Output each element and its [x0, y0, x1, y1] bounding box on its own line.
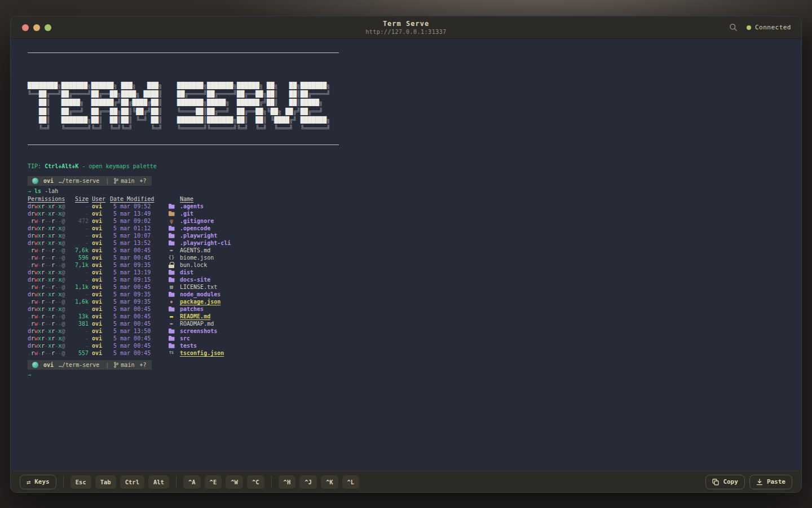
key-button[interactable]: ^A	[183, 475, 201, 489]
file-date-modified: 5 mar 00:45	[110, 335, 164, 342]
close-window-button[interactable]	[22, 24, 29, 31]
prompt-path: …/term-serve	[59, 361, 99, 369]
tip-hotkey: Ctrl+Alt+K	[45, 163, 78, 169]
file-name: .opencode	[180, 225, 801, 232]
key-button[interactable]: ^H	[279, 475, 296, 489]
banner-line: ██║ █████╗ ██████╔╝██╔████╔██║ ███████╗█…	[28, 98, 801, 107]
key-button[interactable]: ^L	[342, 475, 360, 489]
minimize-window-button[interactable]	[33, 24, 40, 31]
col-user: User	[92, 195, 107, 203]
key-button[interactable]: Alt	[148, 475, 169, 489]
col-size: Size	[74, 195, 89, 203]
file-permissions: .rw-r--r--@	[28, 247, 70, 254]
search-icon	[729, 23, 738, 32]
file-date-modified: 5 mar 09:02	[110, 217, 164, 225]
file-permissions: drwxr-xr-x@	[28, 291, 70, 298]
paste-button[interactable]: Paste	[749, 475, 792, 489]
file-row: drwxr-xr-x@ - ovi 5 mar 00:45 tests	[28, 342, 801, 349]
file-permissions: .rw-r--r--@	[28, 283, 70, 291]
banner-line: ██║ ██╔══╝ ██╔══██╗██║╚██╔╝██║ ╚════██║█…	[28, 107, 801, 116]
file-type-icon	[167, 233, 175, 239]
file-date-modified: 5 mar 00:45	[110, 305, 164, 313]
file-size: 7,6k	[74, 247, 89, 254]
file-permissions: .rw-r--r--@	[28, 254, 70, 261]
file-date-modified: 5 mar 09:52	[110, 203, 164, 210]
file-name: .agents	[180, 203, 801, 210]
file-size: -	[74, 203, 89, 210]
key-button[interactable]: ^J	[299, 475, 317, 489]
file-date-modified: 5 mar 00:45	[110, 247, 164, 254]
file-name: node_modules	[180, 291, 801, 298]
toolbar-divider	[271, 476, 272, 488]
search-button[interactable]	[728, 22, 739, 33]
tip-line: TIP: Ctrl+Alt+K - open keymaps palette	[28, 163, 801, 170]
key-button[interactable]: Ctrl	[120, 475, 144, 489]
file-name: docs-site	[180, 276, 801, 283]
keys-button-label: Keys	[34, 478, 50, 485]
file-permissions: .rw-r--r--@	[28, 217, 70, 225]
git-status-flags: +?	[139, 177, 146, 185]
file-type-icon	[167, 269, 175, 275]
file-size: 1,6k	[74, 298, 89, 305]
command-name: ls	[34, 188, 41, 194]
bottom-toolbar: ⇄ Keys EscTabCtrlAlt ^A^E^W^C	[11, 471, 801, 492]
file-name: src	[180, 335, 801, 342]
file-date-modified: 5 mar 13:50	[110, 327, 164, 335]
file-name: screenshots	[180, 327, 801, 335]
file-name: dist	[180, 269, 801, 276]
file-owner: ovi	[92, 327, 107, 335]
file-size: -	[74, 210, 89, 217]
copy-button[interactable]: Copy	[705, 475, 745, 489]
file-owner: ovi	[92, 261, 107, 269]
toolbar-divider	[176, 476, 176, 488]
tip-prefix: TIP:	[28, 163, 41, 169]
keys-button[interactable]: ⇄ Keys	[20, 475, 56, 489]
file-permissions: .rw-r--r--@	[28, 313, 70, 320]
file-size: 7,1k	[74, 261, 89, 269]
key-button[interactable]: ^C	[247, 475, 264, 489]
file-permissions: drwxr-xr-x@	[28, 305, 70, 313]
file-name: tsconfig.json	[180, 349, 801, 357]
command-line: → ls -lah	[28, 187, 801, 195]
file-date-modified: 5 mar 13:52	[110, 239, 164, 247]
file-permissions: drwxr-xr-x@	[28, 210, 70, 217]
file-owner: ovi	[92, 276, 107, 283]
file-type-icon	[167, 218, 175, 224]
paste-download-icon	[756, 479, 763, 485]
file-owner: ovi	[92, 210, 107, 217]
banner-line: ╚═╝ ╚══════╝╚═╝ ╚═╝╚═╝ ╚═╝ ╚══════╝╚════…	[28, 124, 801, 133]
banner-rule-bottom	[28, 144, 339, 145]
copy-button-label: Copy	[723, 478, 738, 485]
file-permissions: drwxr-xr-x@	[28, 335, 70, 342]
file-row: drwxr-xr-x@ - ovi 5 mar 09:52 .agents	[28, 203, 801, 210]
file-row: drwxr-xr-x@ - ovi 5 mar 01:12 .opencode	[28, 225, 801, 232]
maximize-window-button[interactable]	[45, 24, 51, 31]
file-size: 381	[74, 320, 89, 327]
file-size: -	[74, 269, 89, 276]
file-type-icon	[167, 203, 175, 209]
key-button[interactable]: ^W	[226, 475, 243, 489]
key-button[interactable]: ^E	[205, 475, 222, 489]
banner-line: ████████╗███████╗██████╗ ███╗ ███╗ █████…	[28, 81, 801, 90]
key-button[interactable]: Tab	[95, 475, 116, 489]
terminal-screen[interactable]: ████████╗███████╗██████╗ ███╗ ███╗ █████…	[11, 39, 801, 471]
file-owner: ovi	[92, 298, 107, 305]
col-permissions: Permissions	[28, 195, 70, 203]
file-owner: ovi	[92, 335, 107, 342]
copy-icon	[712, 479, 719, 485]
file-owner: ovi	[92, 203, 107, 210]
prompt-arrow: →	[28, 188, 31, 194]
file-type-icon	[167, 306, 175, 312]
listing-header-row: Permissions Size User Date Modified Name	[28, 195, 801, 203]
banner-rule-top	[28, 52, 339, 53]
file-size: -	[74, 335, 89, 342]
banner-line: ██║ ███████╗██║ ██║██║ ╚═╝ ██║ ███████║█…	[28, 116, 801, 124]
file-date-modified: 5 mar 09:15	[110, 276, 164, 283]
prompt-arrow: →	[28, 371, 801, 378]
file-owner: ovi	[92, 313, 107, 320]
window-title: Term Serve	[383, 20, 429, 28]
file-owner: ovi	[92, 291, 107, 298]
key-button[interactable]: ^K	[321, 475, 338, 489]
file-size: -	[74, 232, 89, 239]
key-button[interactable]: Esc	[70, 475, 91, 489]
